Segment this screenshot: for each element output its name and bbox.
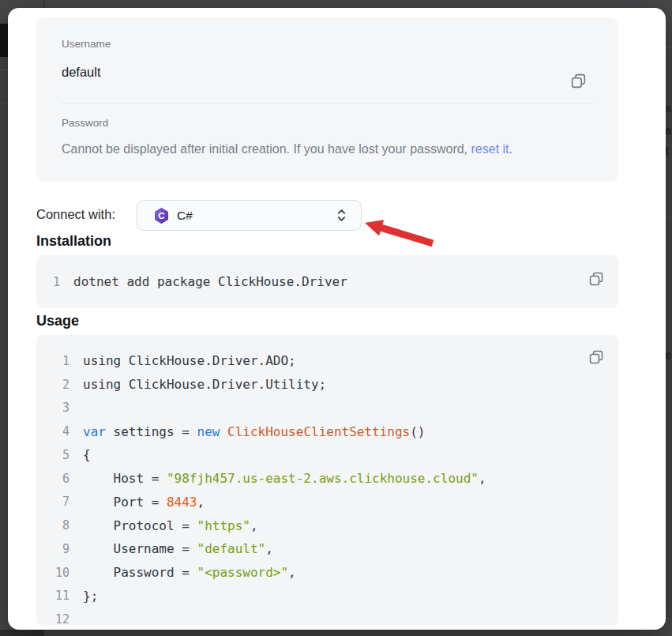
- selected-language: C#: [177, 209, 193, 223]
- backdrop-seam: [0, 103, 8, 103]
- annotation-arrow: [363, 216, 436, 251]
- svg-text:C: C: [158, 210, 165, 221]
- copy-icon: [570, 80, 587, 92]
- card-divider: [62, 103, 594, 103]
- backdrop-dark-panel: [0, 24, 8, 57]
- code-line: 1dotnet add package ClickHouse.Driver: [36, 270, 618, 294]
- installation-code: 1dotnet add package ClickHouse.Driver: [36, 270, 618, 294]
- code-text: Protocol = "https",: [83, 518, 258, 533]
- code-text: Password = "<password>",: [83, 565, 296, 580]
- code-line: 11};: [36, 585, 618, 608]
- copy-installation-button[interactable]: [588, 271, 604, 287]
- line-number: 10: [36, 566, 69, 580]
- code-text: };: [83, 589, 98, 604]
- password-label: Password: [62, 117, 108, 129]
- password-note-period: .: [509, 142, 512, 156]
- usage-code: 1using ClickHouse.Driver.ADO;2using Clic…: [36, 349, 618, 626]
- code-text: Username = "default",: [83, 541, 273, 556]
- username-value: default: [62, 65, 101, 80]
- installation-code-block: 1dotnet add package ClickHouse.Driver: [36, 255, 618, 308]
- code-line: 1using ClickHouse.Driver.ADO;: [36, 349, 618, 373]
- line-number: 11: [36, 589, 69, 603]
- code-line: 6 Host = "98fjh457.us-east-2.aws.clickho…: [36, 467, 618, 491]
- code-line: 12: [36, 608, 618, 626]
- connect-with-label: Connect with:: [36, 207, 115, 222]
- usage-code-block: 1using ClickHouse.Driver.ADO;2using Clic…: [36, 335, 618, 626]
- line-number: 8: [36, 518, 69, 533]
- code-line: 9 Username = "default",: [36, 537, 618, 561]
- copy-usage-button[interactable]: [588, 349, 604, 365]
- code-text: using ClickHouse.Driver.Utility;: [83, 377, 326, 392]
- connection-details-modal: Username default Password Cannot be disp…: [8, 8, 666, 630]
- installation-heading: Installation: [36, 233, 111, 250]
- line-number: 1: [36, 354, 69, 368]
- screen: { "modal": { "credentials": { "username_…: [0, 0, 672, 636]
- code-text: dotnet add package ClickHouse.Driver: [73, 274, 347, 289]
- code-text: Port = 8443,: [83, 495, 205, 510]
- backdrop-top-seam: [43, 0, 45, 8]
- line-number: 9: [36, 542, 69, 556]
- backdrop-seam: [0, 70, 8, 70]
- usage-heading: Usage: [36, 313, 79, 329]
- line-number: 5: [36, 448, 69, 462]
- backdrop-letter-fragment: a: [665, 123, 672, 137]
- code-line: 3: [36, 397, 618, 420]
- line-number: 2: [36, 378, 69, 392]
- csharp-logo-icon: C: [153, 207, 170, 224]
- code-line: 2using ClickHouse.Driver.Utility;: [36, 373, 618, 397]
- code-line: 8 Protocol = "https",: [36, 514, 618, 537]
- line-number: 7: [36, 495, 69, 509]
- backdrop-letter-fragment: e: [665, 348, 672, 362]
- code-text: using ClickHouse.Driver.ADO;: [83, 353, 296, 368]
- backdrop-letter-fragment: s: [665, 101, 672, 115]
- code-line: 4var settings = new ClickHouseClientSett…: [36, 420, 618, 443]
- code-text: var settings = new ClickHouseClientSetti…: [83, 424, 426, 439]
- line-number: 3: [36, 401, 69, 415]
- line-number: 4: [36, 424, 69, 438]
- backdrop-seam: [666, 47, 672, 48]
- copy-icon: [588, 277, 604, 289]
- line-number: 12: [36, 612, 69, 626]
- language-select[interactable]: C C#: [137, 200, 362, 231]
- line-number: 1: [36, 275, 60, 289]
- credentials-card: Username default Password Cannot be disp…: [36, 17, 618, 182]
- backdrop-letter-fragment: t: [665, 144, 672, 158]
- copy-username-button[interactable]: [570, 73, 587, 89]
- code-line: 5{: [36, 443, 618, 467]
- copy-icon: [588, 356, 604, 367]
- backdrop-seam: [666, 217, 672, 218]
- password-note-text: Cannot be displayed after initial creati…: [62, 142, 471, 156]
- code-text: {: [83, 447, 91, 462]
- backdrop-bottom-panel: [0, 630, 44, 636]
- username-label: Username: [62, 38, 111, 50]
- reset-password-link[interactable]: reset it: [471, 142, 509, 156]
- code-line: 10 Password = "<password>",: [36, 561, 618, 585]
- chevron-up-down-icon: [336, 208, 347, 223]
- line-number: 6: [36, 472, 69, 486]
- password-note: Cannot be displayed after initial creati…: [62, 142, 512, 156]
- code-line: 7 Port = 8443,: [36, 491, 618, 514]
- code-text: Host = "98fjh457.us-east-2.aws.clickhous…: [83, 471, 486, 486]
